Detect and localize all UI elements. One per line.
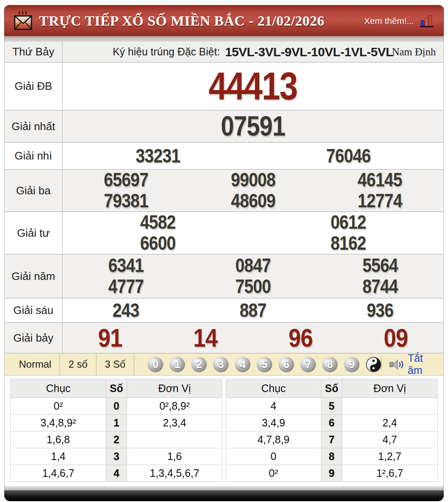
prize-row-special: Giải ĐB 44413 [5,63,443,110]
special-prize-number: 44413 [208,65,297,107]
prize-number: 96 [289,324,313,352]
prize-number: 33231 [135,146,180,167]
info-row: Thứ Bảy Ký hiệu trúng Đặc Biệt: 15VL-3VL… [5,42,443,63]
mode-3-digits[interactable]: 3 Số [96,353,134,375]
prize-number: 5564 [362,255,398,276]
prize-number: 4582 [140,212,176,233]
prize-number: 79381 [104,191,148,212]
number-balls: 0 1 2 3 4 5 6 7 8 9 [148,357,381,372]
symbol-value: 15VL-3VL-9VL-10VL-1VL-5VL [225,45,393,59]
summary-row: 3,4,8,9² 1 2,3,4 [11,415,222,431]
summary-row: 4 5 [226,398,438,415]
mute-button[interactable]: Tắt âm [381,357,438,372]
prize-label-first: Giải nhất [5,110,63,142]
summary-cell: 1,2,7 [342,448,438,465]
prize-number: 07591 [221,111,285,141]
yin-yang-icon[interactable] [366,357,381,372]
prize-number: 14 [193,324,218,352]
summary-row: 3,4,9 6 2,4 [226,415,438,431]
prize-number: 48609 [231,191,275,212]
hot-envelope-icon [13,9,33,33]
prize-number: 65697 [104,170,148,191]
footer-bar [4,490,444,501]
col-header-digit: Số [321,379,342,398]
prize-number: 4777 [108,276,144,297]
ball-2[interactable]: 2 [191,357,207,372]
summary-digit: 3 [106,448,127,465]
prize-row-fifth: Giải năm 6341 0847 5564 4777 7500 8744 [5,254,443,298]
prize-row-third: Giải ba 65697 99008 46145 79381 48609 12… [5,170,443,212]
ball-4[interactable]: 4 [235,357,250,372]
prize-number: 8162 [331,233,366,254]
footer-bevel [4,486,444,490]
col-header-tens: Chục [11,379,106,398]
province-label: Nam Định [392,46,436,58]
summary-row: 0² 9 1²,6,7 [226,465,438,482]
summary-cell: 4,7,8,9 [226,431,321,448]
special-symbol-row: Ký hiệu trúng Đặc Biệt: 15VL-3VL-9VL-10V… [63,42,443,62]
summary-digit: 7 [321,431,342,448]
ball-9[interactable]: 9 [344,357,359,372]
ball-7[interactable]: 7 [300,357,316,372]
summary-cell: 1,6 [127,448,222,465]
mode-2-digits[interactable]: 2 số [60,353,96,375]
ball-8[interactable]: 8 [322,357,338,372]
prize-number: 09 [384,324,408,352]
prize-number: 6600 [140,233,176,254]
prize-number: 8744 [362,276,398,297]
prize-number: 91 [98,324,122,352]
summary-cell: 3,4,8,9² [11,415,106,431]
summary-cell: 0²,8,9² [127,398,222,415]
col-header-digit: Số [106,379,127,398]
summary-row: 1,4,6,7 4 1,3,4,5,6,7 [11,465,222,482]
prize-row-second: Giải nhì 33231 76046 [5,143,443,170]
prize-number: 99008 [231,170,275,191]
summary-cell: 0 [226,448,321,465]
summary-digit: 0 [106,398,127,415]
summary-cell: 2,3,4 [127,415,222,431]
summary-digit: 8 [321,448,342,465]
col-header-tens: Chục [226,379,321,398]
summary-digit: 5 [321,398,342,415]
bar-chart-icon[interactable] [420,15,435,30]
prize-row-fourth: Giải tư 4582 0612 6600 8162 [5,212,443,254]
prize-label-third: Giải ba [5,170,63,212]
summary-digit: 2 [106,431,127,448]
lottery-page: TRỰC TIẾP XỔ SỐ MIỀN BẮC - 21/02/2026 Xe… [0,0,448,501]
summary-left-table: Chục Số Đơn Vị 0² 0 0²,8,9² 3,4,8,9² 1 2… [10,379,222,482]
summary-cell: 3,4,9 [226,415,321,431]
summary-row: 1,4 3 1,6 [11,448,222,465]
control-bar: Normal 2 số 3 Số 0 1 2 3 4 5 6 7 8 9 [5,353,443,376]
speaker-icon [389,358,404,371]
summary-digit: 6 [321,415,342,431]
ball-3[interactable]: 3 [213,357,229,372]
see-more-link[interactable]: Xem thêm!... [364,16,414,26]
col-header-units: Đơn Vị [342,379,438,398]
prize-number: 887 [240,300,266,321]
prize-number: 0847 [235,255,271,276]
mode-normal[interactable]: Normal [10,353,60,375]
ball-6[interactable]: 6 [279,357,294,372]
prize-number: 936 [367,300,393,321]
ball-1[interactable]: 1 [169,357,185,372]
col-header-units: Đơn Vị [127,379,222,398]
prize-number: 76046 [326,146,370,167]
summary-row: 0² 0 0²,8,9² [11,398,222,415]
summary-cell: 0² [226,465,321,482]
header-bar: TRỰC TIẾP XỔ SỐ MIỀN BẮC - 21/02/2026 Xe… [4,5,444,36]
summary-cell: 4 [226,398,321,415]
prize-label-seventh: Giải bảy [5,323,63,353]
summary-digit: 4 [106,465,127,482]
prize-label-fifth: Giải năm [5,254,63,298]
summary-cell: 1,6,8 [11,431,106,448]
ball-0[interactable]: 0 [148,357,163,372]
summary-cell: 1,4,6,7 [11,465,106,482]
prize-label-special: Giải ĐB [5,63,63,110]
summary-cell: 1²,6,7 [342,465,438,482]
summary-digit: 9 [321,465,342,482]
summary-row: 1,6,8 2 [11,431,222,448]
summary-row: 0 8 1,2,7 [226,448,438,465]
header-bevel [4,36,444,42]
ball-5[interactable]: 5 [257,357,272,372]
prize-number: 7500 [235,276,271,297]
